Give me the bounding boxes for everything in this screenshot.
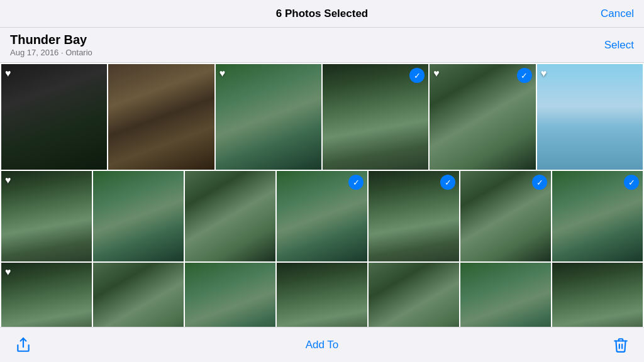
photo-cell[interactable]: 0:03 [369,263,459,327]
album-info: Thunder Bay Aug 17, 2016 · Ontario [10,33,92,57]
heart-icon: ♥ [5,175,11,186]
bottom-toolbar: Add To [0,327,644,362]
check-badge: ✓ [624,175,639,190]
check-badge: ✓ [348,175,364,190]
album-header: Thunder Bay Aug 17, 2016 · Ontario Selec… [0,28,644,63]
top-bar: 6 Photos Selected Cancel [0,0,644,28]
check-badge: ✓ [532,175,547,190]
photo-cell[interactable]: ✓ [552,171,643,261]
add-to-button[interactable]: Add To [306,339,339,351]
photo-cell[interactable]: 0:20 [185,263,275,327]
select-button[interactable]: Select [604,39,634,52]
check-badge: ✓ [517,68,532,83]
photo-cell[interactable]: ✓ [323,64,428,170]
photo-cell[interactable] [108,64,214,170]
heart-icon: ♥ [5,266,11,278]
photo-cell[interactable] [93,171,184,261]
photo-cell[interactable]: 1:23 [460,263,551,327]
album-title: Thunder Bay [10,33,92,47]
photo-cell[interactable]: ♥ [1,171,92,261]
grid-row: ♥♥✓♥✓♥ [1,64,643,170]
photo-cell[interactable]: ✓ [460,171,551,261]
photo-cell[interactable]: 1:23 [552,263,643,327]
top-bar-title: 6 Photos Selected [48,8,596,20]
photo-cell[interactable]: 0:20 [277,263,367,327]
photo-cell[interactable]: ♥ [1,263,92,327]
photo-cell[interactable]: ♥ [216,64,321,170]
heart-icon: ♥ [433,68,440,79]
share-button[interactable] [15,337,31,353]
grid-row: ♥0:020:200:200:031:231:23 [1,263,643,327]
heart-icon: ♥ [219,68,226,79]
trash-button[interactable] [613,337,629,353]
grid-row: ♥✓✓✓✓ [1,171,643,261]
heart-icon: ♥ [541,68,547,79]
cancel-button[interactable]: Cancel [596,8,634,20]
heart-icon: ♥ [5,68,11,79]
photo-cell[interactable] [185,171,275,261]
check-badge: ✓ [409,68,425,83]
photo-cell[interactable]: ✓ [369,171,459,261]
photo-cell[interactable]: ✓ [277,171,367,261]
photo-grid: ♥♥✓♥✓♥♥✓✓✓✓♥0:020:200:200:031:231:23 [0,63,644,327]
photo-cell[interactable]: 0:02 [93,263,184,327]
album-subtitle: Aug 17, 2016 · Ontario [10,48,92,57]
check-badge: ✓ [440,175,455,190]
photo-cell[interactable]: ♥ [1,64,107,170]
photo-cell[interactable]: ♥ [537,64,643,170]
photo-cell[interactable]: ♥✓ [430,64,535,170]
